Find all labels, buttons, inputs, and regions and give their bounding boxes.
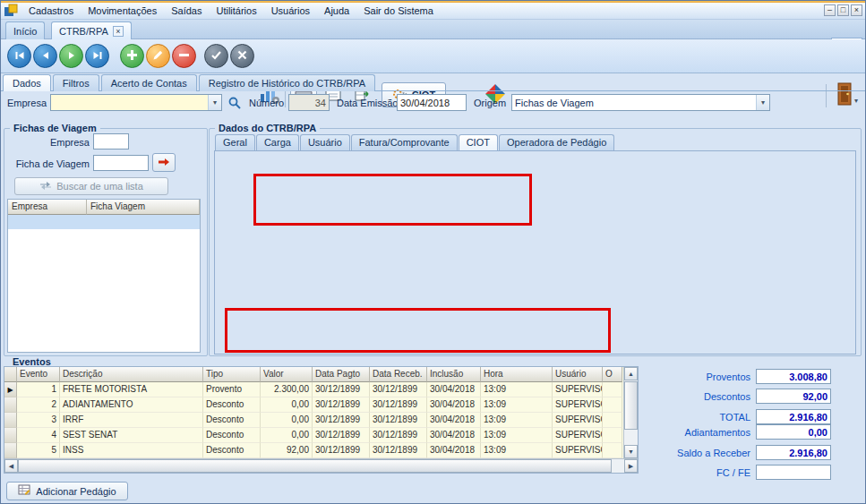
fichas-column-header-empresa[interactable]: Empresa: [8, 200, 87, 215]
eventos-column-header-tipo[interactable]: Tipo: [203, 367, 261, 382]
eventos-row[interactable]: 4SEST SENATDesconto0,0030/12/189930/12/1…: [4, 428, 638, 443]
ctrb-tab-content: [214, 150, 856, 355]
nav-first-button[interactable]: [7, 44, 31, 68]
ficha-de-viagem-field[interactable]: [93, 155, 149, 171]
nav-prev-button[interactable]: [33, 44, 57, 68]
chevron-down-icon[interactable]: ▾: [208, 95, 221, 110]
fichas-column-header-ficha-viagem[interactable]: Ficha Viagem: [87, 200, 200, 215]
tab-dados[interactable]: Dados: [3, 74, 51, 91]
ctrb-tab-ciot[interactable]: CIOT: [459, 134, 498, 150]
carregar-ficha-button[interactable]: [152, 153, 176, 172]
eventos-cell-usuario: SUPERVISOR: [553, 382, 603, 397]
fichas-empresa-field[interactable]: [93, 133, 129, 149]
eventos-cell-evento: 2: [17, 397, 60, 413]
eventos-cell-o: [603, 382, 622, 397]
menu-ajuda[interactable]: Ajuda: [317, 4, 356, 18]
eventos-cell-valor: 92,00: [261, 443, 313, 458]
eventos-grid: EventoDescriçãoTipoValorData PagtoData R…: [4, 366, 639, 474]
data-emissao-field[interactable]: 30/04/2018: [397, 94, 467, 111]
eventos-cell-data-receb: 30/12/1899: [370, 397, 427, 413]
delete-record-button[interactable]: [172, 44, 196, 68]
ctrb-tab-fatura-comprovante[interactable]: Fatura/Comprovante: [351, 134, 458, 150]
check-icon: [210, 49, 222, 63]
fc-fe-label: FC / FE: [625, 467, 750, 478]
scroll-left-button[interactable]: ◀: [4, 459, 18, 473]
tab-inicio[interactable]: Início: [5, 21, 45, 39]
toolbar-overflow-button[interactable]: ▾: [854, 97, 858, 105]
eventos-horizontal-scrollbar[interactable]: ◀ ▶: [4, 458, 638, 473]
chevron-down-icon[interactable]: ▾: [756, 95, 769, 110]
numero-label: Número: [249, 98, 284, 108]
eventos-cell-valor: 0,00: [261, 413, 313, 428]
eventos-column-header-evento[interactable]: Evento: [17, 367, 60, 382]
close-button[interactable]: ×: [851, 4, 862, 16]
fichas-grid-rows: [8, 215, 200, 353]
eventos-cell-data-receb: 30/12/1899: [370, 382, 427, 397]
eventos-cell-usuario: SUPERVISOR: [553, 397, 603, 413]
eventos-column-header-valor[interactable]: Valor: [261, 367, 313, 382]
empresa-combobox[interactable]: ▾: [50, 94, 222, 111]
eventos-row[interactable]: 2ADIANTAMENTODesconto0,0030/12/189930/12…: [4, 397, 638, 413]
eventos-cell-usuario: SUPERVISOR: [553, 413, 603, 428]
fichas-row: [8, 286, 200, 301]
fichas-row[interactable]: [8, 215, 200, 229]
menu-sair-do-sistema[interactable]: Sair do Sistema: [356, 4, 441, 18]
eventos-column-header-hora[interactable]: Hora: [481, 367, 553, 382]
total-value: 2.916,80: [756, 409, 831, 424]
restore-button[interactable]: □: [837, 4, 849, 16]
tab-ctrb-rpa-label: CTRB/RPA: [59, 26, 108, 37]
eventos-column-header-data-pagto[interactable]: Data Pagto: [313, 367, 370, 382]
eventos-cell-descricao: SEST SENAT: [60, 428, 203, 443]
ctrb-tab-geral[interactable]: Geral: [215, 134, 255, 150]
tab-registro-de-historico-do-ctrb-rpa[interactable]: Registro de Histórico do CTRB/RPA: [199, 74, 375, 91]
menu-saidas[interactable]: Saídas: [164, 4, 209, 18]
fichas-row: [8, 344, 200, 353]
tab-filtros[interactable]: Filtros: [53, 74, 99, 91]
nav-last-button[interactable]: [85, 44, 109, 68]
eventos-cell-valor: 0,00: [261, 428, 313, 443]
eventos-row[interactable]: 5INSSDesconto92,0030/12/189930/12/189930…: [4, 443, 638, 458]
eventos-row-indicator-header: [4, 367, 17, 382]
eventos-column-header-usuario[interactable]: Usuário: [553, 367, 603, 382]
eventos-column-header-inclusao[interactable]: Inclusão: [427, 367, 481, 382]
buscar-de-uma-lista-button[interactable]: Buscar de uma lista: [14, 177, 168, 195]
eventos-cell-descricao: ADIANTAMENTO: [60, 397, 203, 413]
eventos-cell-descricao: INSS: [60, 443, 203, 458]
menu-utilitarios[interactable]: Utilitários: [209, 4, 263, 18]
prev-record-icon: [40, 50, 51, 63]
row-indicator-icon: ▶: [4, 382, 17, 397]
numero-field[interactable]: 34: [288, 94, 330, 111]
fichas-row: [8, 229, 200, 243]
origem-combobox[interactable]: Fichas de Viagem ▾: [511, 94, 770, 111]
nav-next-button[interactable]: [59, 44, 83, 68]
adicionar-pedagio-button[interactable]: Adicionar Pedágio: [6, 482, 128, 500]
ctrb-tab-operadora-de-pedagio[interactable]: Operadora de Pedágio: [499, 134, 614, 150]
eventos-column-header-o[interactable]: O: [603, 367, 622, 382]
confirm-button[interactable]: [204, 44, 228, 68]
tab-acerto-de-contas[interactable]: Acerto de Contas: [101, 74, 197, 91]
eventos-column-header-data-receb[interactable]: Data Receb.: [370, 367, 427, 382]
eventos-column-header-descricao[interactable]: Descrição: [60, 367, 203, 382]
ctrb-tab-carga[interactable]: Carga: [256, 134, 299, 150]
menu-cadastros[interactable]: Cadastros: [21, 4, 81, 18]
eventos-row[interactable]: ▶1FRETE MOTORISTAProvento2.300,0030/12/1…: [4, 382, 638, 397]
minimize-button[interactable]: –: [824, 4, 836, 16]
eventos-row[interactable]: 3IRRFDesconto0,0030/12/189930/12/189930/…: [4, 413, 638, 428]
eventos-grid-header: EventoDescriçãoTipoValorData PagtoData R…: [4, 367, 638, 382]
fc-fe-value: [756, 465, 831, 480]
tab-close-icon[interactable]: ×: [113, 26, 124, 37]
eventos-cell-o: [603, 428, 622, 443]
horizontal-scrollbar-thumb[interactable]: [18, 459, 612, 473]
cancel-button[interactable]: [230, 44, 254, 68]
menu-usuarios[interactable]: Usuários: [264, 4, 317, 18]
last-record-icon: [92, 50, 103, 63]
menu-movimentacoes[interactable]: Movimentações: [81, 4, 164, 18]
adiantamentos-value: 0,00: [756, 424, 831, 440]
add-record-button[interactable]: [120, 44, 144, 68]
empresa-search-icon[interactable]: [227, 96, 242, 112]
edit-record-button[interactable]: [146, 44, 170, 68]
tab-ctrb-rpa[interactable]: CTRB/RPA ×: [51, 21, 132, 39]
eventos-cell-data-pagto: 30/12/1899: [313, 382, 370, 397]
ctrb-tab-usuario[interactable]: Usuário: [300, 134, 350, 150]
eventos-cell-data-receb: 30/12/1899: [370, 443, 427, 458]
